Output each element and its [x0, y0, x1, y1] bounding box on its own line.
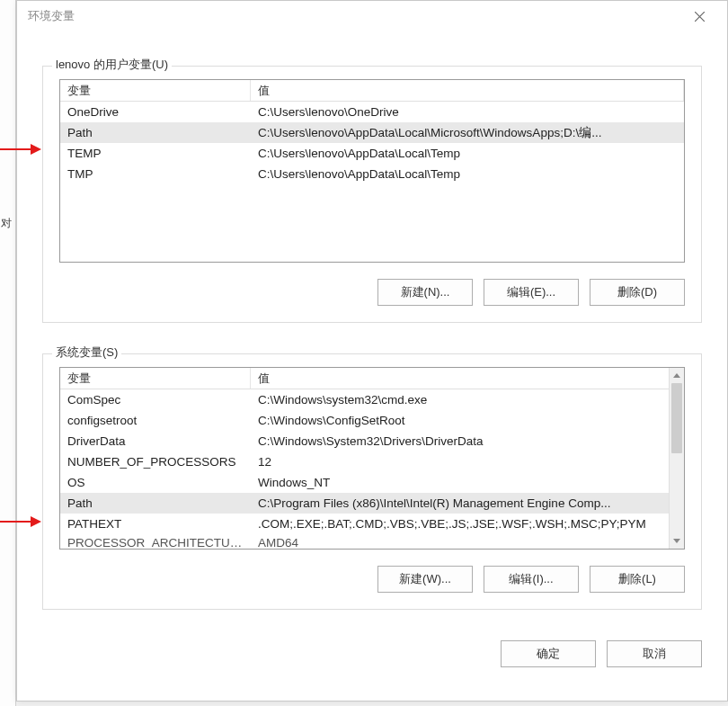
scroll-thumb[interactable]: [671, 383, 682, 453]
table-row[interactable]: PathC:\Users\lenovo\AppData\Local\Micros…: [60, 122, 684, 143]
close-button[interactable]: [679, 3, 720, 30]
button-label: 新建(N)...: [401, 284, 450, 300]
partial-text: 对: [1, 216, 13, 231]
cell-variable: Path: [60, 496, 251, 510]
table-row[interactable]: OneDriveC:\Users\lenovo\OneDrive: [60, 102, 684, 122]
cell-variable: OneDrive: [60, 105, 251, 119]
button-label: 新建(W)...: [399, 571, 451, 587]
chevron-up-icon: [673, 373, 680, 378]
cancel-button[interactable]: 取消: [607, 640, 702, 667]
cell-value: 12: [251, 455, 684, 469]
col-header-variable[interactable]: 变量: [60, 368, 251, 389]
table-row[interactable]: PathC:\Program Files (x86)\Intel\Intel(R…: [60, 493, 684, 514]
grid-header[interactable]: 变量 值: [60, 80, 684, 102]
cell-value: C:\Users\lenovo\AppData\Local\Microsoft\…: [251, 125, 684, 141]
cell-value: .COM;.EXE;.BAT;.CMD;.VBS;.VBE;.JS;.JSE;.…: [251, 517, 684, 531]
cell-value: C:\Windows\system32\cmd.exe: [251, 393, 684, 407]
button-label: 编辑(I)...: [509, 571, 553, 587]
table-row[interactable]: PATHEXT.COM;.EXE;.BAT;.CMD;.VBS;.VBE;.JS…: [60, 514, 684, 534]
cell-value: Windows_NT: [251, 476, 684, 489]
cell-variable: DriverData: [60, 434, 251, 448]
background-window-sliver: 对: [0, 0, 16, 706]
table-row[interactable]: configsetrootC:\Windows\ConfigSetRoot: [60, 410, 684, 431]
user-vars-buttons: 新建(N)... 编辑(E)... 删除(D): [59, 279, 685, 306]
cell-value: C:\Windows\System32\Drivers\DriverData: [251, 434, 684, 448]
cell-variable: Path: [60, 126, 251, 139]
cell-variable: PATHEXT: [60, 517, 251, 531]
scroll-track[interactable]: [670, 383, 684, 533]
cell-variable: OS: [60, 476, 251, 489]
table-row[interactable]: PROCESSOR_ARCHITECTUREAMD64: [60, 534, 684, 550]
cell-value: C:\Users\lenovo\AppData\Local\Temp: [251, 167, 684, 181]
table-row[interactable]: TMPC:\Users\lenovo\AppData\Local\Temp: [60, 164, 684, 184]
table-row[interactable]: OSWindows_NT: [60, 472, 684, 493]
cell-value: C:\Windows\ConfigSetRoot: [251, 414, 684, 427]
cell-variable: TMP: [60, 167, 251, 181]
cell-variable: NUMBER_OF_PROCESSORS: [60, 455, 251, 469]
cell-variable: configsetroot: [60, 414, 251, 427]
grid-header[interactable]: 变量 值: [60, 368, 684, 389]
cell-value: C:\Program Files (x86)\Intel\Intel(R) Ma…: [251, 496, 684, 510]
table-row[interactable]: DriverDataC:\Windows\System32\Drivers\Dr…: [60, 431, 684, 451]
titlebar[interactable]: 环境变量: [17, 1, 727, 31]
chevron-down-icon: [673, 539, 680, 543]
cell-value: C:\Users\lenovo\OneDrive: [251, 105, 684, 119]
system-delete-button[interactable]: 删除(L): [590, 566, 685, 593]
button-label: 取消: [643, 646, 666, 662]
group-label-text: 系统变量(S): [56, 345, 118, 359]
button-label: 删除(L): [618, 571, 656, 587]
cell-variable: ComSpec: [60, 393, 251, 407]
env-var-dialog: 环境变量 lenovo 的用户变量(U) 变量 值 OneDriveC:\Use…: [16, 0, 728, 702]
table-row[interactable]: TEMPC:\Users\lenovo\AppData\Local\Temp: [60, 143, 684, 164]
user-vars-group: lenovo 的用户变量(U) 变量 值 OneDriveC:\Users\le…: [42, 66, 702, 323]
system-edit-button[interactable]: 编辑(I)...: [484, 566, 579, 593]
system-new-button[interactable]: 新建(W)...: [377, 566, 473, 593]
col-header-variable[interactable]: 变量: [60, 80, 251, 101]
system-vars-buttons: 新建(W)... 编辑(I)... 删除(L): [59, 566, 685, 593]
close-icon: [695, 12, 705, 22]
user-new-button[interactable]: 新建(N)...: [377, 279, 473, 306]
user-edit-button[interactable]: 编辑(E)...: [484, 279, 579, 306]
dialog-footer: 确定 取消: [17, 622, 727, 667]
system-vars-grid[interactable]: 变量 值 ComSpecC:\Windows\system32\cmd.exec…: [59, 367, 685, 550]
cell-variable: PROCESSOR_ARCHITECTURE: [60, 536, 251, 550]
col-header-value[interactable]: 值: [251, 368, 684, 389]
grid-body: OneDriveC:\Users\lenovo\OneDrivePathC:\U…: [60, 102, 684, 184]
user-vars-label: lenovo 的用户变量(U): [52, 57, 172, 73]
cell-value: AMD64: [251, 536, 684, 550]
scroll-up-button[interactable]: [670, 368, 684, 383]
button-label: 删除(D): [617, 284, 657, 300]
ok-button[interactable]: 确定: [501, 640, 596, 667]
scroll-down-button[interactable]: [670, 533, 684, 549]
vertical-scrollbar[interactable]: [669, 368, 684, 549]
button-label: 确定: [537, 646, 560, 662]
button-label: 编辑(E)...: [507, 284, 555, 300]
user-vars-grid[interactable]: 变量 值 OneDriveC:\Users\lenovo\OneDrivePat…: [59, 79, 685, 263]
window-title: 环境变量: [28, 8, 679, 24]
group-label-text: lenovo 的用户变量(U): [56, 58, 168, 71]
table-row[interactable]: ComSpecC:\Windows\system32\cmd.exe: [60, 389, 684, 410]
col-header-value[interactable]: 值: [251, 80, 684, 101]
cell-variable: TEMP: [60, 147, 251, 160]
dialog-content: lenovo 的用户变量(U) 变量 值 OneDriveC:\Users\le…: [17, 31, 727, 622]
user-delete-button[interactable]: 删除(D): [590, 279, 685, 306]
cell-value: C:\Users\lenovo\AppData\Local\Temp: [251, 147, 684, 160]
system-vars-label: 系统变量(S): [52, 344, 121, 361]
table-row[interactable]: NUMBER_OF_PROCESSORS12: [60, 451, 684, 472]
system-vars-group: 系统变量(S) 变量 值 ComSpecC:\Windows\system32\…: [42, 353, 702, 610]
grid-body: ComSpecC:\Windows\system32\cmd.execonfig…: [60, 389, 684, 550]
